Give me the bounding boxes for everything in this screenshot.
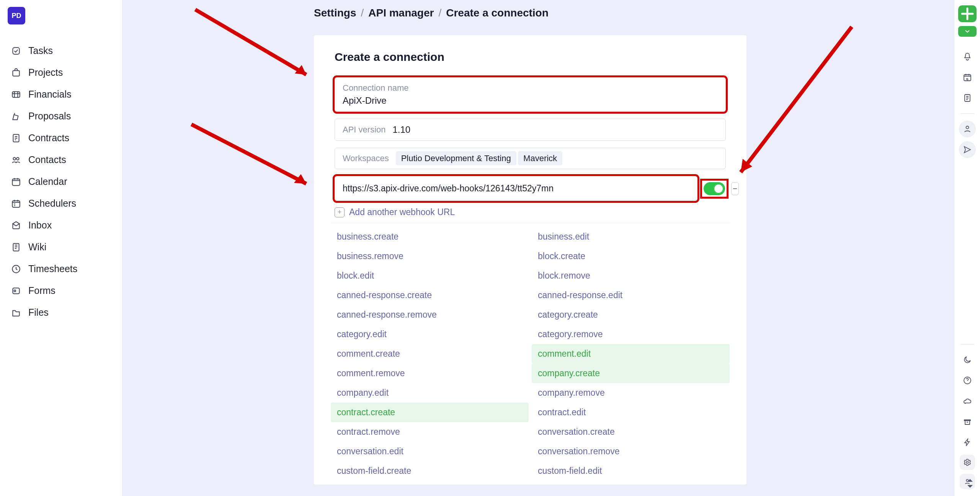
- card-title: Create a connection: [335, 51, 726, 64]
- sidebar-item-files[interactable]: Files: [8, 302, 114, 323]
- breadcrumb-api-manager[interactable]: API manager: [368, 7, 434, 19]
- sidebar-item-forms[interactable]: Forms: [8, 280, 114, 302]
- main-content: Settings / API manager / Create a connec…: [122, 0, 954, 496]
- nav-label: Contracts: [28, 132, 69, 144]
- dark-mode-icon[interactable]: [959, 351, 976, 368]
- quick-add-button[interactable]: [958, 5, 977, 22]
- connection-name-value: ApiX-Drive: [343, 95, 718, 106]
- schedulers-icon: [11, 198, 21, 209]
- tasks-icon: [11, 46, 21, 56]
- nav-label: Forms: [28, 285, 56, 296]
- events-grid: business.createbusiness.editbusiness.rem…: [331, 223, 730, 481]
- event-option[interactable]: company.create: [532, 364, 730, 383]
- contracts-icon: [11, 133, 21, 144]
- sidebar-item-proposals[interactable]: Proposals: [8, 105, 114, 127]
- event-option[interactable]: comment.remove: [331, 364, 529, 383]
- sidebar-right: 9: [954, 0, 980, 496]
- event-option[interactable]: block.create: [532, 246, 730, 266]
- files-icon: [11, 307, 21, 318]
- inbox-icon: [11, 220, 21, 231]
- add-webhook-link[interactable]: + Add another webhook URL: [335, 207, 726, 217]
- webhook-remove-button[interactable]: [731, 182, 739, 195]
- event-option[interactable]: canned-response.edit: [532, 286, 730, 305]
- breadcrumb-current: Create a connection: [446, 7, 549, 19]
- event-option[interactable]: contract.remove: [331, 422, 529, 442]
- projects-icon: [11, 67, 21, 78]
- add-webhook-label: Add another webhook URL: [349, 207, 455, 217]
- api-version-label: API version: [343, 125, 386, 135]
- event-option[interactable]: category.edit: [331, 325, 529, 344]
- event-option[interactable]: custom-field.edit: [532, 461, 730, 481]
- notifications-icon[interactable]: [959, 48, 976, 65]
- send-icon[interactable]: [959, 141, 976, 158]
- settings-icon[interactable]: [960, 455, 975, 470]
- workspaces-label: Workspaces: [343, 153, 389, 163]
- event-option[interactable]: category.create: [532, 305, 730, 325]
- webhook-toggle[interactable]: [704, 182, 725, 195]
- sidebar-item-calendar[interactable]: Calendar: [8, 171, 114, 193]
- sidebar-item-contracts[interactable]: Contracts: [8, 127, 114, 149]
- webhook-toggle-highlight: [702, 181, 727, 197]
- calendar-icon: [11, 176, 21, 187]
- workspace-tag[interactable]: Plutio Development & Testing: [396, 151, 516, 165]
- api-version-field[interactable]: API version 1.10: [335, 119, 726, 141]
- help-icon[interactable]: [959, 372, 976, 389]
- event-option[interactable]: business.remove: [331, 246, 529, 266]
- create-connection-card: Create a connection Connection name ApiX…: [314, 35, 746, 485]
- profile-icon[interactable]: [959, 121, 976, 137]
- event-option[interactable]: block.edit: [331, 266, 529, 286]
- sidebar-item-inbox[interactable]: Inbox: [8, 214, 114, 236]
- breadcrumb-separator: /: [361, 7, 364, 19]
- sidebar-item-schedulers[interactable]: Schedulers: [8, 193, 114, 214]
- event-option[interactable]: comment.create: [331, 344, 529, 364]
- wiki-icon: [11, 242, 21, 253]
- event-option[interactable]: canned-response.create: [331, 286, 529, 305]
- svg-line-22: [741, 27, 852, 172]
- bolt-icon[interactable]: [959, 434, 976, 451]
- nav-label: Files: [28, 307, 49, 318]
- event-option[interactable]: conversation.remove: [532, 442, 730, 461]
- workspace-tag[interactable]: Maverick: [518, 151, 562, 165]
- notes-icon[interactable]: [959, 90, 976, 106]
- sidebar-item-timesheets[interactable]: Timesheets: [8, 258, 114, 280]
- nav-label: Inbox: [28, 220, 52, 231]
- sidebar-item-financials[interactable]: Financials: [8, 83, 114, 105]
- event-option[interactable]: contract.create: [331, 403, 529, 422]
- svg-rect-7: [12, 201, 20, 207]
- sidebar-item-tasks[interactable]: Tasks: [8, 40, 114, 62]
- event-option[interactable]: category.remove: [532, 325, 730, 344]
- nav-label: Calendar: [28, 176, 67, 187]
- webhook-url-input[interactable]: https://s3.apix-drive.com/web-hooks/1261…: [335, 176, 697, 201]
- contacts-icon: [11, 155, 21, 165]
- sidebar-item-contacts[interactable]: Contacts: [8, 149, 114, 171]
- sidebar-item-wiki[interactable]: Wiki: [8, 236, 114, 258]
- api-version-value: 1.10: [393, 124, 411, 135]
- quick-add-dropdown[interactable]: [958, 26, 977, 37]
- svg-marker-21: [294, 174, 306, 184]
- workspaces-field[interactable]: Workspaces Plutio Development & Testing …: [335, 148, 726, 169]
- svg-rect-1: [13, 70, 19, 76]
- event-option[interactable]: contract.edit: [532, 403, 730, 422]
- cloud-icon[interactable]: [959, 393, 976, 410]
- event-option[interactable]: custom-field.create: [331, 461, 529, 481]
- sidebar-item-projects[interactable]: Projects: [8, 62, 114, 83]
- event-option[interactable]: business.create: [331, 227, 529, 246]
- event-option[interactable]: business.edit: [532, 227, 730, 246]
- svg-rect-6: [12, 179, 20, 185]
- breadcrumb-settings[interactable]: Settings: [314, 7, 356, 19]
- event-option[interactable]: block.remove: [532, 266, 730, 286]
- event-option[interactable]: comment.edit: [532, 344, 730, 364]
- svg-point-14: [966, 126, 969, 129]
- event-option[interactable]: company.edit: [331, 383, 529, 403]
- event-option[interactable]: conversation.create: [532, 422, 730, 442]
- event-option[interactable]: conversation.edit: [331, 442, 529, 461]
- brand-badge[interactable]: PD: [8, 7, 25, 24]
- event-option[interactable]: company.remove: [532, 383, 730, 403]
- calendar-day-icon[interactable]: 9: [959, 69, 976, 86]
- connection-name-field[interactable]: Connection name ApiX-Drive: [335, 77, 726, 112]
- webhook-row: https://s3.apix-drive.com/web-hooks/1261…: [335, 176, 726, 201]
- svg-point-5: [16, 157, 19, 160]
- archive-icon[interactable]: [959, 413, 976, 430]
- event-option[interactable]: canned-response.remove: [331, 305, 529, 325]
- user-switch-icon[interactable]: [960, 474, 975, 489]
